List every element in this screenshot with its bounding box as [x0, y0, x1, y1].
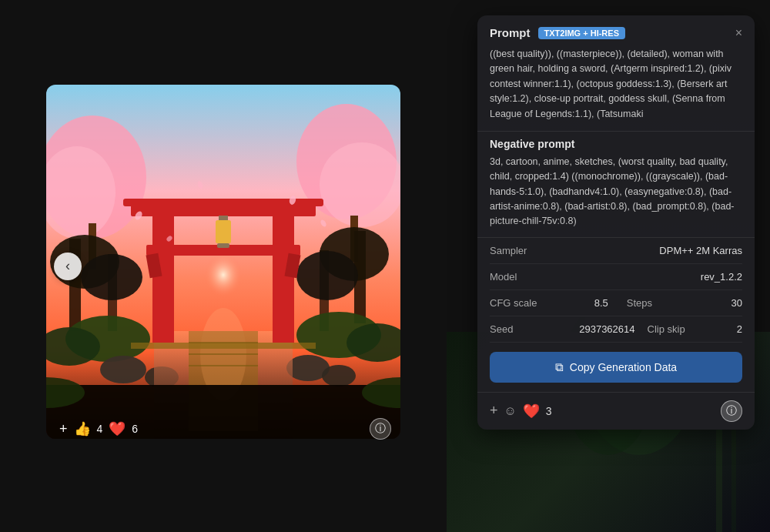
sampler-row: Sampler DPM++ 2M Karras: [490, 238, 742, 264]
prompt-content: ((best quality)), ((masterpiece)), (deta…: [490, 49, 732, 119]
heart-count: 6: [132, 423, 138, 435]
like-count: 4: [97, 423, 103, 435]
add-button[interactable]: +: [59, 421, 68, 437]
steps-value: 30: [732, 297, 742, 309]
model-value: rev_1.2.2: [701, 271, 742, 283]
chevron-left-icon: ‹: [65, 258, 70, 274]
panel-header: Prompt TXT2IMG + HI-RES ×: [477, 15, 755, 47]
panel-emoji-button[interactable]: ☺: [504, 404, 517, 418]
sampler-value: DPM++ 2M Karras: [659, 245, 742, 256]
negative-prompt-area: 3d, cartoon, anime, sketches, (worst qua…: [477, 155, 755, 237]
copy-button-label: Copy Generation Data: [570, 361, 677, 373]
svg-point-17: [81, 254, 142, 300]
like-icon: 👍: [74, 420, 91, 437]
seed-value: 2937362614: [579, 323, 634, 335]
panel-info-button[interactable]: ⓘ: [721, 400, 742, 422]
sampler-label: Sampler: [490, 245, 551, 256]
svg-point-27: [322, 365, 356, 386]
prev-image-button[interactable]: ‹: [54, 253, 82, 280]
info-circle-icon: ⓘ: [375, 422, 386, 436]
steps-label: Steps: [627, 297, 688, 309]
heart-icon[interactable]: ❤️: [109, 420, 126, 437]
image-left-actions: + 👍 4 ❤️ 6: [59, 420, 138, 437]
cfg-value: 8.5: [594, 297, 608, 309]
svg-rect-37: [219, 216, 228, 220]
generation-type-badge: TXT2IMG + HI-RES: [538, 27, 626, 39]
image-panel: [46, 85, 400, 439]
image-action-bar: + 👍 4 ❤️ 6 ⓘ: [50, 418, 400, 440]
copy-generation-data-button[interactable]: ⧉ Copy Generation Data: [490, 352, 742, 383]
panel-heart-icon[interactable]: ❤️: [523, 403, 540, 420]
svg-rect-39: [216, 220, 231, 243]
svg-point-19: [296, 251, 358, 300]
cfg-label: CFG scale: [490, 297, 551, 309]
seed-label: Seed: [490, 323, 551, 335]
svg-point-10: [320, 142, 400, 227]
panel-bottom-bar: + ☺ ❤️ 3 ⓘ: [477, 392, 755, 430]
meta-info-grid: Sampler DPM++ 2M Karras Model rev_1.2.2 …: [477, 237, 755, 343]
negative-prompt-label: Negative prompt: [477, 131, 755, 155]
cfg-steps-row: CFG scale 8.5 Steps 30: [490, 290, 742, 316]
svg-rect-40: [217, 243, 229, 248]
clip-label: Clip skip: [648, 323, 709, 335]
image-info-button[interactable]: ⓘ: [370, 418, 391, 440]
panel-close-button[interactable]: ×: [735, 27, 742, 39]
generation-info-panel: Prompt TXT2IMG + HI-RES × ((best quality…: [477, 15, 755, 430]
prompt-text-area: ((best quality)), ((masterpiece)), (deta…: [477, 47, 755, 131]
panel-title: Prompt: [490, 26, 531, 39]
copy-icon: ⧉: [555, 360, 564, 374]
model-row: Model rev_1.2.2: [490, 264, 742, 290]
panel-add-button[interactable]: +: [490, 403, 498, 419]
negative-content: 3d, cartoon, anime, sketches, (worst qua…: [490, 156, 735, 227]
model-label: Model: [490, 271, 551, 283]
clip-value: 2: [737, 323, 742, 335]
panel-info-icon: ⓘ: [726, 404, 737, 418]
svg-point-24: [100, 356, 146, 383]
panel-heart-count: 3: [546, 405, 552, 417]
seed-clip-row: Seed 2937362614 Clip skip 2: [490, 316, 742, 343]
